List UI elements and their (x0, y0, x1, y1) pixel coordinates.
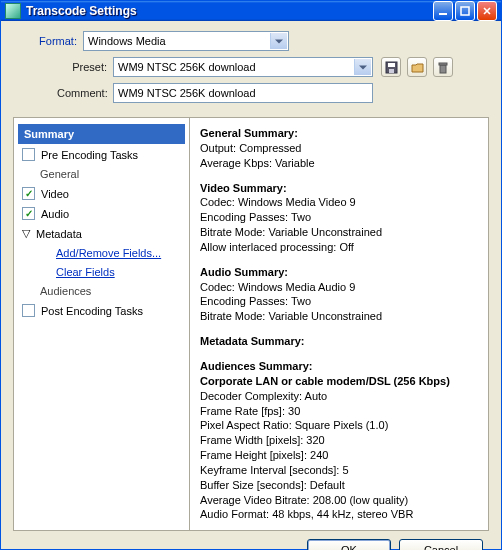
trash-icon (437, 61, 449, 74)
format-label: Format: (13, 35, 83, 47)
audiences-summary-title: Audiences Summary: (200, 359, 478, 374)
titlebar: Transcode Settings (1, 1, 501, 21)
detail-line: Buffer Size [seconds]: Default (200, 478, 478, 493)
svg-rect-7 (440, 65, 446, 73)
detail-line: Output: Compressed (200, 141, 478, 156)
tree-add-remove-fields[interactable]: Add/Remove Fields... (18, 244, 185, 262)
detail-line: Keyframe Interval [seconds]: 5 (200, 463, 478, 478)
detail-line: Pixel Aspect Ratio: Square Pixels (1.0) (200, 418, 478, 433)
ok-button[interactable]: OK (307, 539, 391, 550)
chevron-down-icon (275, 40, 283, 44)
maximize-button[interactable] (455, 1, 475, 21)
detail-line: Frame Rate [fps]: 30 (200, 404, 478, 419)
chevron-down-icon (359, 66, 367, 70)
floppy-icon (385, 61, 398, 74)
detail-line: Audio Format: 48 kbps, 44 kHz, stereo VB… (200, 507, 478, 522)
nav-tree: Summary Pre Encoding Tasks General ✓ Vid… (14, 118, 190, 530)
tree-clear-fields[interactable]: Clear Fields (18, 263, 185, 281)
detail-line: Encoding Passes: Two (200, 210, 478, 225)
checkbox-icon[interactable] (22, 148, 35, 161)
svg-rect-0 (439, 13, 447, 15)
audience-name: Corporate LAN or cable modem/DSL (256 Kb… (200, 374, 478, 389)
preset-value: WM9 NTSC 256K download (118, 61, 256, 73)
detail-line: Average Kbps: Variable (200, 156, 478, 171)
format-select[interactable]: Windows Media (83, 31, 289, 51)
tree-pre-encoding[interactable]: Pre Encoding Tasks (18, 145, 185, 164)
preset-select[interactable]: WM9 NTSC 256K download (113, 57, 373, 77)
tree-audio[interactable]: ✓ Audio (18, 204, 185, 223)
open-preset-button[interactable] (407, 57, 427, 77)
app-icon (5, 3, 21, 19)
comment-label: Comment: (57, 87, 113, 99)
detail-line: Decoder Complexity: Auto (200, 389, 478, 404)
detail-line: Average Video Bitrate: 208.00 (low quali… (200, 493, 478, 508)
transcode-settings-dialog: Transcode Settings Format: Windows Media… (0, 0, 502, 550)
svg-rect-5 (388, 63, 395, 67)
tree-general[interactable]: General (18, 165, 185, 183)
content-area: Format: Windows Media Preset: WM9 NTSC 2… (1, 21, 501, 550)
svg-rect-8 (439, 63, 447, 65)
checkbox-icon[interactable]: ✓ (22, 187, 35, 200)
details-panel: General Summary: Output: Compressed Aver… (190, 118, 488, 530)
tree-audiences[interactable]: Audiences (18, 282, 185, 300)
detail-line: Bitrate Mode: Variable Unconstrained (200, 309, 478, 324)
format-value: Windows Media (88, 35, 166, 47)
video-summary-title: Video Summary: (200, 181, 478, 196)
metadata-summary-title: Metadata Summary: (200, 334, 478, 349)
detail-line: Allow interlaced processing: Off (200, 240, 478, 255)
main-panel: Summary Pre Encoding Tasks General ✓ Vid… (13, 117, 489, 531)
detail-line: Codec: Windows Media Video 9 (200, 195, 478, 210)
tree-summary[interactable]: Summary (18, 124, 185, 144)
detail-line: Codec: Windows Media Audio 9 (200, 280, 478, 295)
tree-video[interactable]: ✓ Video (18, 184, 185, 203)
tree-post-encoding[interactable]: Post Encoding Tasks (18, 301, 185, 320)
window-title: Transcode Settings (26, 4, 433, 18)
detail-line: Encoding Passes: Two (200, 294, 478, 309)
checkbox-icon[interactable]: ✓ (22, 207, 35, 220)
close-button[interactable] (477, 1, 497, 21)
audio-summary-title: Audio Summary: (200, 265, 478, 280)
minimize-button[interactable] (433, 1, 453, 21)
svg-rect-1 (461, 7, 469, 15)
comment-input[interactable]: WM9 NTSC 256K download (113, 83, 373, 103)
save-preset-button[interactable] (381, 57, 401, 77)
preset-label: Preset: (57, 61, 113, 73)
folder-icon (411, 61, 424, 74)
detail-line: Frame Height [pixels]: 240 (200, 448, 478, 463)
general-summary-title: General Summary: (200, 126, 478, 141)
svg-rect-6 (389, 69, 394, 73)
checkbox-icon[interactable] (22, 304, 35, 317)
detail-line: Bitrate Mode: Variable Unconstrained (200, 225, 478, 240)
dialog-buttons: OK Cancel (13, 531, 489, 550)
expander-down-icon[interactable]: ▽ (22, 227, 32, 240)
cancel-button[interactable]: Cancel (399, 539, 483, 550)
detail-line: Frame Width [pixels]: 320 (200, 433, 478, 448)
comment-value: WM9 NTSC 256K download (118, 87, 256, 99)
tree-metadata[interactable]: ▽ Metadata (18, 224, 185, 243)
delete-preset-button[interactable] (433, 57, 453, 77)
